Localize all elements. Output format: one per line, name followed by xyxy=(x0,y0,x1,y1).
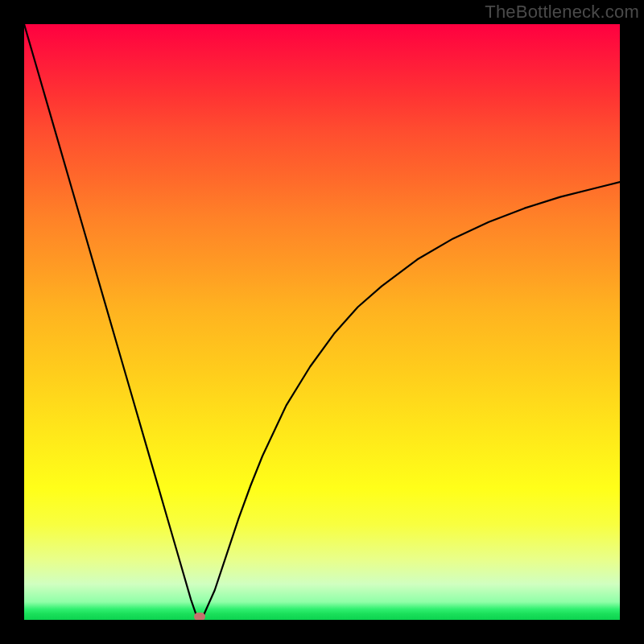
chart-frame: TheBottleneck.com xyxy=(0,0,644,644)
bottleneck-curve xyxy=(24,24,620,620)
plot-area xyxy=(24,24,620,620)
minimum-marker xyxy=(194,613,205,620)
watermark-text: TheBottleneck.com xyxy=(485,2,639,23)
